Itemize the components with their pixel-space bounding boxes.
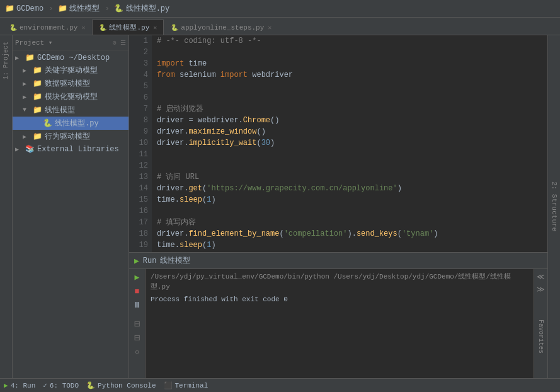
title-gcdemo[interactable]: 📁 GCDemo <box>5 4 43 13</box>
title-separator-1: › <box>49 4 53 13</box>
run-status-item[interactable]: ▶ 4: Run <box>4 381 35 389</box>
tree-external-label: External Libraries <box>37 145 119 154</box>
fav-icon-1[interactable]: ≪ <box>536 272 546 282</box>
title-linear-model[interactable]: 📁 线性模型 <box>58 3 100 14</box>
run-label: Run <box>143 257 157 265</box>
external-icon: 📚 <box>25 144 35 154</box>
tab-close-2[interactable]: ✕ <box>153 24 157 32</box>
run-pause-button[interactable]: ⏸ <box>132 299 143 311</box>
tab-applyonline-label: applyonline_steps.py <box>181 24 264 32</box>
tree-arrow-linear: ▼ <box>23 107 30 113</box>
tree-external[interactable]: ▶ 📚 External Libraries <box>13 143 129 155</box>
editor-container: 12345 678910 1112131415 1617181920 21222… <box>129 35 547 378</box>
title-linear-label: 线性模型 <box>69 3 100 14</box>
sidebar: Project ▾ ⚙ ☰ ▶ 📁 GCDemo ~/Desktop ▶ 📁 关… <box>13 35 129 378</box>
toolbar-icons: ⚙ ☰ <box>113 39 126 47</box>
run-status-label: 4: Run <box>11 382 36 389</box>
bottom-panel: ▶ Run 线性模型 ▶ ■ ⏸ ⊟ ⊟ ⚙ /Users/ydj/py_vir… <box>129 252 547 378</box>
tab-py-icon-2: 🐍 <box>99 24 106 32</box>
run-path: /Users/ydj/py_virtual_env/GCDemo/bin/pyt… <box>151 272 529 292</box>
title-py-label: 线性模型.py <box>126 3 170 14</box>
tree-data[interactable]: ▶ 📁 数据驱动模型 <box>13 77 129 90</box>
tab-linear-label: 线性模型.py <box>109 23 149 32</box>
fav-icon-2[interactable]: ≫ <box>536 284 546 294</box>
tab-close-1[interactable]: ✕ <box>81 24 85 32</box>
project-label[interactable]: Project ▾ <box>15 38 52 47</box>
terminal-icon: ⬛ <box>164 381 173 389</box>
run-exit: Process finished with exit code 0 <box>151 294 529 304</box>
sidebar-toolbar: Project ▾ ⚙ ☰ <box>13 35 129 50</box>
structure-tab[interactable]: 2: Structure <box>547 35 560 378</box>
tree-folder-icon-behavior: 📁 <box>33 132 42 141</box>
title-bar: 📁 GCDemo › 📁 线性模型 › 🐍 线性模型.py <box>0 0 560 18</box>
tab-environment-label: environment.py <box>20 24 77 32</box>
title-py-file[interactable]: 🐍 线性模型.py <box>115 3 170 14</box>
tree-folder-icon-data: 📁 <box>33 79 42 88</box>
tree-linear-label: 线性模型 <box>45 105 75 115</box>
tab-close-3[interactable]: ✕ <box>268 24 271 32</box>
tab-py-icon-3: 🐍 <box>171 24 178 32</box>
tree-linear-py-label: 线性模型.py <box>55 118 99 129</box>
tree-linear-py[interactable]: 🐍 线性模型.py <box>13 117 129 130</box>
run-name: 线性模型 <box>160 255 190 266</box>
tree-linear[interactable]: ▼ 📁 线性模型 <box>13 103 129 117</box>
python-console-label: Python Console <box>98 382 156 389</box>
main-area: 1: Project Project ▾ ⚙ ☰ ▶ 📁 GCDemo ~/De… <box>0 35 560 378</box>
left-edge: 1: Project <box>0 35 13 378</box>
tree-arrow-module: ▶ <box>23 93 30 101</box>
tree-arrow-linear-py <box>33 120 40 127</box>
tree-keyword[interactable]: ▶ 📁 关键字驱动模型 <box>13 64 129 77</box>
favorites-bar: ≪ ≫ Favorites <box>534 269 547 378</box>
run-settings-button[interactable]: ⚙ <box>132 346 143 357</box>
tree-gcdemo[interactable]: ▶ 📁 GCDemo ~/Desktop <box>13 52 129 64</box>
run-stop-button[interactable]: ■ <box>132 285 143 297</box>
tree-gcdemo-label: GCDemo ~/Desktop <box>37 54 110 62</box>
tree-arrow-gcdemo: ▶ <box>15 54 23 62</box>
tree-behavior-label: 行为驱动模型 <box>45 131 90 142</box>
tree-arrow-keyword: ▶ <box>23 67 30 74</box>
python-console-icon: 🐍 <box>86 381 95 389</box>
run-toolbar: ▶ Run 线性模型 <box>129 253 547 269</box>
tree-folder-icon-gcdemo: 📁 <box>25 53 35 62</box>
run-output: /Users/ydj/py_virtual_env/GCDemo/bin/pyt… <box>146 269 534 378</box>
folder-icon-2: 📁 <box>58 4 67 13</box>
tree-folder-icon-keyword: 📁 <box>33 66 42 75</box>
bottom-run-area: ▶ ■ ⏸ ⊟ ⊟ ⚙ /Users/ydj/py_virtual_env/GC… <box>129 269 547 378</box>
tree-behavior[interactable]: ▶ 📁 行为驱动模型 <box>13 130 129 143</box>
run-scroll2-button[interactable]: ⊟ <box>132 332 143 343</box>
structure-label: 2: Structure <box>551 182 558 231</box>
tree-arrow-external: ▶ <box>15 146 23 153</box>
status-bar: ▶ 4: Run ✓ 6: TODO 🐍 Python Console ⬛ Te… <box>0 378 560 392</box>
line-numbers: 12345 678910 1112131415 1617181920 21222… <box>129 35 152 252</box>
tree-folder-icon-linear: 📁 <box>33 105 42 115</box>
py-icon: 🐍 <box>115 4 123 13</box>
favorites-label[interactable]: Favorites <box>536 317 546 356</box>
tree-py-icon: 🐍 <box>43 118 52 128</box>
tree-module[interactable]: ▶ 📁 模块化驱动模型 <box>13 90 129 103</box>
todo-status-item[interactable]: ✓ 6: TODO <box>43 381 79 389</box>
project-tab[interactable]: 1: Project <box>1 38 11 83</box>
tab-environment[interactable]: 🐍 environment.py ✕ <box>3 20 92 35</box>
terminal-item[interactable]: ⬛ Terminal <box>164 381 209 389</box>
code-area: 12345 678910 1112131415 1617181920 21222… <box>129 35 547 252</box>
tree-keyword-label: 关键字驱动模型 <box>45 65 98 76</box>
sidebar-tree: ▶ 📁 GCDemo ~/Desktop ▶ 📁 关键字驱动模型 ▶ 📁 数据驱… <box>13 50 129 378</box>
terminal-label: Terminal <box>175 382 209 389</box>
folder-icon: 📁 <box>5 4 14 13</box>
tab-py-icon-1: 🐍 <box>9 24 17 32</box>
run-status-icon: ▶ <box>4 381 8 389</box>
tab-applyonline[interactable]: 🐍 applyonline_steps.py ✕ <box>164 20 278 35</box>
tree-folder-icon-module: 📁 <box>33 92 42 101</box>
tree-arrow-data: ▶ <box>23 80 30 88</box>
title-separator-2: › <box>105 4 109 13</box>
python-console-item[interactable]: 🐍 Python Console <box>86 381 156 389</box>
run-scroll-button[interactable]: ⊟ <box>132 318 143 330</box>
tree-data-label: 数据驱动模型 <box>45 78 90 89</box>
code-editor[interactable]: # -*- coding: utf-8 -*- import time from… <box>152 35 547 252</box>
run-icon: ▶ <box>134 256 139 266</box>
todo-icon: ✓ <box>43 381 47 389</box>
tab-linear-model[interactable]: 🐍 线性模型.py ✕ <box>92 20 164 35</box>
run-play-button[interactable]: ▶ <box>132 272 143 283</box>
tabs-bar: 🐍 environment.py ✕ 🐍 线性模型.py ✕ 🐍 applyon… <box>0 18 560 35</box>
tree-arrow-behavior: ▶ <box>23 133 30 141</box>
